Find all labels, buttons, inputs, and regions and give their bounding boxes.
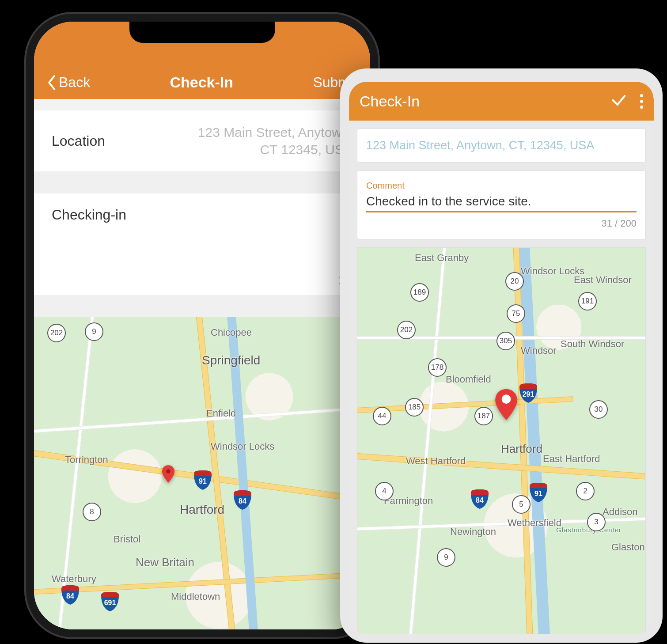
interstate-shield: 84	[233, 489, 252, 510]
route-badge: 305	[496, 332, 515, 350]
route-badge: 44	[373, 407, 391, 425]
map-place: East Hartford	[543, 453, 600, 465]
interstate-shield: 84	[61, 584, 80, 605]
map-place: Hartford	[501, 442, 542, 456]
map-place: South Windsor	[561, 338, 624, 350]
interstate-shield: 291	[519, 383, 538, 403]
comment-input[interactable]: Checked in to the service site.	[366, 194, 637, 212]
overflow-menu-button[interactable]	[640, 94, 643, 109]
route-badge: 185	[405, 398, 424, 417]
route-badge: 30	[589, 400, 608, 419]
location-row[interactable]: Location 123 Main Street, Anytown, CT 12…	[34, 110, 370, 171]
address-card[interactable]: 123 Main Street, Anytown, CT, 12345, USA	[357, 129, 646, 163]
svg-point-1	[502, 394, 511, 404]
notch	[129, 22, 275, 43]
ios-content: Location 123 Main Street, Anytown, CT 12…	[34, 110, 370, 629]
phone-android-screen: Check-In 123 Main Street, Anytown, CT, 1…	[349, 82, 654, 634]
map-place: West Hartford	[406, 455, 466, 467]
route-badge: 9	[437, 548, 455, 567]
route-badge: 75	[507, 304, 525, 323]
map-place: Middletown	[171, 591, 220, 602]
dots-icon	[640, 94, 643, 97]
map-place: Hartford	[180, 503, 224, 517]
map-place: East Granby	[415, 252, 469, 264]
map-pin-icon	[494, 389, 518, 420]
route-badge: 5	[512, 495, 531, 514]
phone-ios-frame: Back Check-In Submit Location 123 Main S…	[24, 12, 380, 639]
map-view[interactable]: East Granby Windsor Locks East Windsor W…	[357, 247, 646, 634]
map-place: Enfield	[206, 408, 236, 419]
submit-check-button[interactable]	[610, 91, 628, 111]
route-badge: 2	[576, 482, 595, 500]
route-badge: 3	[587, 513, 606, 531]
android-appbar: Check-In	[349, 82, 654, 121]
map-place: Chicopee	[211, 327, 252, 338]
android-content: 123 Main Street, Anytown, CT, 12345, USA…	[349, 121, 654, 634]
location-value: 123 Main Street, Anytown, CT 12345, USA	[198, 124, 352, 158]
route-badge: 202	[397, 321, 416, 339]
interstate-shield: 84	[470, 489, 489, 509]
route-badge: 191	[578, 292, 597, 311]
map-place: Newington	[450, 526, 496, 538]
map-place: East Windsor	[574, 274, 632, 286]
back-label: Back	[59, 74, 90, 91]
interstate-shield: 91	[529, 482, 548, 502]
chevron-left-icon	[47, 75, 56, 91]
map-place: Addison	[603, 506, 638, 518]
page-title: Check-In	[170, 74, 233, 91]
map-place: Waterbury	[52, 573, 96, 585]
map-place: Bristol	[114, 534, 140, 545]
map-place: New Britain	[136, 556, 194, 569]
route-badge: 20	[505, 272, 524, 291]
map-place: Springfield	[202, 353, 260, 367]
back-button[interactable]: Back	[47, 74, 90, 91]
map-view[interactable]: Chicopee Springfield Enfield Windsor Loc…	[34, 317, 370, 629]
route-badge: 4	[375, 482, 394, 500]
phone-ios-screen: Back Check-In Submit Location 123 Main S…	[34, 22, 370, 629]
map-place: Glastonbury	[611, 542, 646, 553]
interstate-shield: 91	[193, 470, 212, 490]
comment-label: Comment	[366, 181, 637, 191]
comment-row[interactable]: Checking-in 15/	[34, 193, 370, 295]
map-pin-icon	[162, 465, 174, 483]
route-badge: 9	[85, 322, 103, 341]
location-label: Location	[52, 133, 105, 149]
char-counter: 31 / 200	[366, 218, 637, 229]
route-badge: 189	[410, 283, 429, 302]
route-badge: 178	[428, 358, 447, 377]
svg-point-0	[166, 470, 170, 474]
map-place: Torrington	[65, 454, 108, 466]
route-badge: 187	[474, 407, 493, 425]
map-place: Wethersfield	[508, 517, 561, 529]
route-badge: 8	[83, 503, 101, 521]
comment-card[interactable]: Comment Checked in to the service site. …	[357, 170, 646, 239]
interstate-shield: 691	[100, 591, 120, 611]
map-place: Windsor Locks	[211, 441, 274, 452]
checkin-label: Checking-in	[52, 207, 352, 223]
phone-android-frame: Check-In 123 Main Street, Anytown, CT, 1…	[340, 68, 663, 643]
check-icon	[610, 91, 628, 109]
map-place: Windsor	[521, 345, 557, 356]
map-place: Bloomfield	[446, 374, 491, 385]
page-title: Check-In	[360, 93, 610, 110]
address-value: 123 Main Street, Anytown, CT, 12345, USA	[366, 139, 637, 152]
route-badge: 202	[47, 324, 66, 342]
